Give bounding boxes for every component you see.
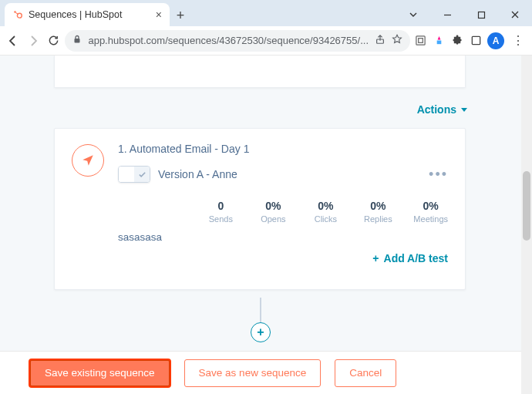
stat-opens: 0%Opens <box>256 200 290 224</box>
stat-meetings: 0%Meetings <box>413 200 448 224</box>
add-ab-test-button[interactable]: + Add A/B test <box>372 252 448 264</box>
back-button[interactable] <box>5 29 22 52</box>
share-icon[interactable] <box>375 34 386 47</box>
extensions-puzzle-icon[interactable] <box>450 34 464 48</box>
step-menu-icon[interactable]: ••• <box>429 167 448 183</box>
email-preview-text: sasasasa <box>118 231 448 243</box>
url-bar[interactable]: app.hubspot.com/sequences/43672530/seque… <box>65 30 410 52</box>
step-title: 1. Automated Email - Day 1 <box>118 143 448 155</box>
hubspot-favicon <box>12 9 23 20</box>
reload-button[interactable] <box>45 29 62 52</box>
extension-icon-2[interactable] <box>432 34 446 48</box>
tab-title: Sequences | HubSpot <box>29 9 151 20</box>
svg-rect-9 <box>416 36 424 45</box>
actions-dropdown[interactable]: Actions <box>417 103 467 116</box>
close-button[interactable] <box>498 3 532 26</box>
tab-close-icon[interactable]: × <box>156 8 162 21</box>
extension-icon-1[interactable] <box>413 34 427 48</box>
ab-version-toggle[interactable] <box>118 166 150 183</box>
browser-tab[interactable]: Sequences | HubSpot × <box>5 3 170 26</box>
save-new-button[interactable]: Save as new sequence <box>184 359 322 387</box>
stat-sends: 0Sends <box>204 200 237 224</box>
scrollbar[interactable] <box>521 56 532 394</box>
svg-rect-11 <box>436 41 441 45</box>
step-stats: 0Sends 0%Opens 0%Clicks 0%Replies 0%Meet… <box>118 200 448 224</box>
browser-menu-icon[interactable]: ⋮ <box>509 33 527 48</box>
caret-down-icon <box>461 108 467 112</box>
actions-label: Actions <box>417 103 456 116</box>
check-icon <box>134 167 150 182</box>
step-connector-line <box>260 298 261 322</box>
save-existing-button[interactable]: Save existing sequence <box>29 359 170 387</box>
svg-rect-7 <box>75 39 80 43</box>
scrollbar-thumb[interactable] <box>523 171 530 241</box>
send-icon <box>72 144 104 177</box>
window-controls <box>396 3 532 26</box>
app-viewport: Actions 1. Automated Email - Day 1 Versi… <box>0 56 532 394</box>
svg-rect-12 <box>472 36 480 44</box>
window-titlebar: Sequences | HubSpot × + <box>0 0 532 26</box>
plus-icon: + <box>257 325 264 339</box>
maximize-button[interactable] <box>464 3 498 26</box>
add-ab-label: Add A/B test <box>384 252 448 264</box>
chevron-down-icon[interactable] <box>396 3 430 26</box>
add-step-button[interactable]: + <box>251 322 271 342</box>
extension-icons: A ⋮ <box>413 32 527 49</box>
lock-icon <box>72 35 82 46</box>
profile-avatar[interactable]: A <box>487 32 504 49</box>
plus-icon: + <box>372 252 379 264</box>
new-tab-button[interactable]: + <box>170 5 191 26</box>
stat-clicks: 0%Clicks <box>308 200 342 224</box>
footer-bar: Save existing sequence Save as new seque… <box>0 351 521 394</box>
sequence-step-card: 1. Automated Email - Day 1 Version A - A… <box>54 128 466 290</box>
star-icon[interactable] <box>392 34 402 47</box>
previous-card-bottom <box>54 56 466 88</box>
stat-replies: 0%Replies <box>361 200 395 224</box>
browser-navbar: app.hubspot.com/sequences/43672530/seque… <box>0 26 532 56</box>
version-label: Version A - Anne <box>158 168 237 180</box>
svg-rect-4 <box>478 12 484 18</box>
minimize-button[interactable] <box>430 3 464 26</box>
cancel-button[interactable]: Cancel <box>335 359 396 387</box>
extension-icon-3[interactable] <box>469 34 483 48</box>
svg-rect-10 <box>418 39 423 43</box>
forward-button[interactable] <box>25 29 42 52</box>
url-text: app.hubspot.com/sequences/43672530/seque… <box>88 35 369 46</box>
